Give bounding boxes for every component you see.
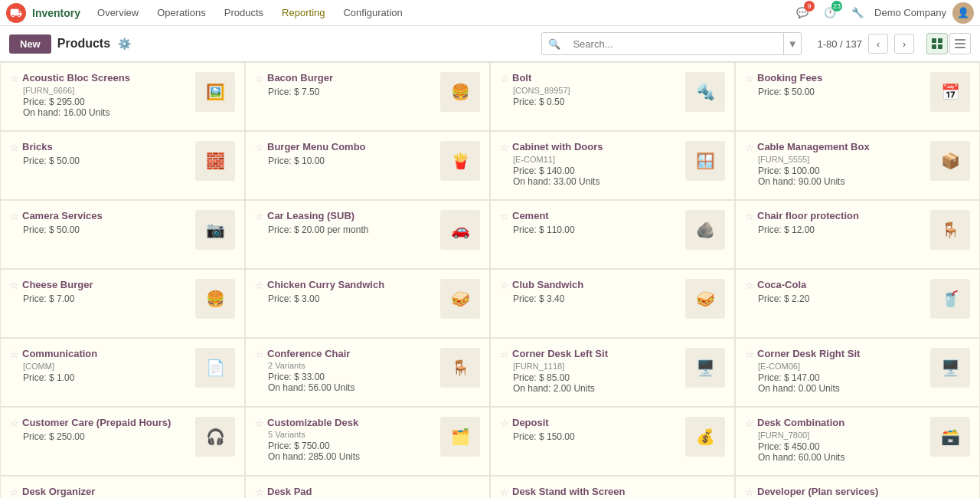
nav-operations[interactable]: Operations xyxy=(149,4,214,21)
product-card[interactable]: ☆ Chair floor protection Price: $ 12.00 … xyxy=(735,200,980,269)
product-card[interactable]: ☆ Desk Stand with Screen xyxy=(490,476,735,498)
product-card[interactable]: ☆ Acoustic Bloc Screens [FURN_6666] Pric… xyxy=(0,62,245,131)
product-card[interactable]: ☆ Corner Desk Right Sit [E-COM06] Price:… xyxy=(735,338,980,407)
favorite-star-icon[interactable]: ☆ xyxy=(500,280,509,291)
product-card[interactable]: ☆ Desk Pad xyxy=(245,476,490,498)
product-card[interactable]: ☆ Camera Services Price: $ 50.00 📷 xyxy=(0,200,245,269)
product-card[interactable]: ☆ Cabinet with Doors [E-COM11] Price: $ … xyxy=(490,131,735,200)
favorite-star-icon[interactable]: ☆ xyxy=(255,142,264,153)
favorite-star-icon[interactable]: ☆ xyxy=(255,487,264,498)
product-card[interactable]: ☆ Booking Fees Price: $ 50.00 📅 xyxy=(735,62,980,131)
product-onhand: On hand: 16.00 Units xyxy=(23,107,189,118)
favorite-star-icon[interactable]: ☆ xyxy=(500,211,509,222)
product-header: ☆ Developer (Plan services) xyxy=(745,486,970,498)
product-header: ☆ Coca-Cola xyxy=(745,279,924,292)
product-info: ☆ Cement Price: $ 110.00 xyxy=(500,210,679,250)
favorite-star-icon[interactable]: ☆ xyxy=(255,280,264,291)
product-card[interactable]: ☆ Communication [COMM] Price: $ 1.00 📄 xyxy=(0,338,245,407)
product-image: 📅 xyxy=(930,72,970,112)
favorite-star-icon[interactable]: ☆ xyxy=(500,349,509,360)
favorite-star-icon[interactable]: ☆ xyxy=(255,349,264,360)
product-card[interactable]: ☆ Customer Care (Prepaid Hours) Price: $… xyxy=(0,407,245,476)
product-card[interactable]: ☆ Cement Price: $ 110.00 🪨 xyxy=(490,200,735,269)
svg-rect-2 xyxy=(932,44,936,49)
kanban-view-btn[interactable] xyxy=(926,33,948,54)
product-ref: [FURN_6666] xyxy=(23,86,189,95)
favorite-star-icon[interactable]: ☆ xyxy=(500,73,509,84)
product-name: Cement xyxy=(512,210,549,223)
favorite-star-icon[interactable]: ☆ xyxy=(745,418,754,429)
product-card[interactable]: ☆ Bolt [CONS_89957] Price: $ 0.50 🔩 xyxy=(490,62,735,131)
favorite-star-icon[interactable]: ☆ xyxy=(745,211,754,222)
new-button[interactable]: New xyxy=(9,34,51,54)
favorite-star-icon[interactable]: ☆ xyxy=(255,418,264,429)
search-dropdown-btn[interactable]: ▼ xyxy=(783,33,801,54)
product-price: Price: $ 50.00 xyxy=(23,224,189,235)
product-card[interactable]: ☆ Bricks Price: $ 50.00 🧱 xyxy=(0,131,245,200)
product-card[interactable]: ☆ Chicken Curry Sandwich Price: $ 3.00 🥪 xyxy=(245,269,490,338)
favorite-star-icon[interactable]: ☆ xyxy=(745,142,754,153)
nav-reporting[interactable]: Reporting xyxy=(274,4,332,21)
product-card[interactable]: ☆ Conference Chair 2 Variants Price: $ 3… xyxy=(245,338,490,407)
messages-btn[interactable]: 💬 9 xyxy=(792,2,813,24)
product-card[interactable]: ☆ Cable Management Box [FURN_5555] Price… xyxy=(735,131,980,200)
product-card[interactable]: ☆ Club Sandwich Price: $ 3.40 🥪 xyxy=(490,269,735,338)
favorite-star-icon[interactable]: ☆ xyxy=(10,487,19,498)
product-name: Cheese Burger xyxy=(22,279,93,292)
product-card[interactable]: ☆ Coca-Cola Price: $ 2.20 🥤 xyxy=(735,269,980,338)
product-card[interactable]: ☆ Deposit Price: $ 150.00 💰 xyxy=(490,407,735,476)
product-name: Desk Combination xyxy=(757,417,844,430)
product-card[interactable]: ☆ Desk Combination [FURN_7800] Price: $ … xyxy=(735,407,980,476)
svg-rect-0 xyxy=(932,38,936,43)
favorite-star-icon[interactable]: ☆ xyxy=(745,349,754,360)
favorite-star-icon[interactable]: ☆ xyxy=(500,418,509,429)
favorite-star-icon[interactable]: ☆ xyxy=(10,211,19,222)
company-name[interactable]: Demo Company xyxy=(874,7,946,18)
search-input[interactable] xyxy=(567,38,783,50)
product-header: ☆ Burger Menu Combo xyxy=(255,141,434,154)
favorite-star-icon[interactable]: ☆ xyxy=(500,487,509,498)
activities-badge: 23 xyxy=(831,1,842,11)
favorite-star-icon[interactable]: ☆ xyxy=(745,487,754,498)
settings-btn[interactable]: 🔧 xyxy=(847,2,868,24)
product-card[interactable]: ☆ Customizable Desk 5 Variants Price: $ … xyxy=(245,407,490,476)
product-onhand: On hand: 0.00 Units xyxy=(758,383,924,394)
card-inner: ☆ Desk Organizer xyxy=(10,486,235,498)
product-image: 🍟 xyxy=(440,141,480,181)
favorite-star-icon[interactable]: ☆ xyxy=(745,280,754,291)
nav-products[interactable]: Products xyxy=(217,4,271,21)
activities-btn[interactable]: 🕐 23 xyxy=(819,2,841,24)
product-onhand: On hand: 60.00 Units xyxy=(758,452,924,463)
product-card[interactable]: ☆ Car Leasing (SUB) Price: $ 20.00 per m… xyxy=(245,200,490,269)
list-view-btn[interactable] xyxy=(949,33,971,54)
prev-page-btn[interactable]: ‹ xyxy=(868,34,888,54)
product-image: 🥤 xyxy=(930,279,970,319)
app-name[interactable]: Inventory xyxy=(32,7,80,19)
next-page-btn[interactable]: › xyxy=(894,34,914,54)
nav-overview[interactable]: Overview xyxy=(90,4,146,21)
favorite-star-icon[interactable]: ☆ xyxy=(500,142,509,153)
app-logo[interactable] xyxy=(6,3,26,23)
product-card[interactable]: ☆ Burger Menu Combo Price: $ 10.00 🍟 xyxy=(245,131,490,200)
favorite-star-icon[interactable]: ☆ xyxy=(255,73,264,84)
favorite-star-icon[interactable]: ☆ xyxy=(10,280,19,291)
favorite-star-icon[interactable]: ☆ xyxy=(10,142,19,153)
favorite-star-icon[interactable]: ☆ xyxy=(10,349,19,360)
product-card[interactable]: ☆ Cheese Burger Price: $ 7.00 🍔 xyxy=(0,269,245,338)
product-name: Desk Organizer xyxy=(22,486,95,498)
product-name: Camera Services xyxy=(22,210,103,223)
favorite-star-icon[interactable]: ☆ xyxy=(10,73,19,84)
card-inner: ☆ Club Sandwich Price: $ 3.40 🥪 xyxy=(500,279,725,319)
product-name: Cable Management Box xyxy=(757,141,870,154)
product-card[interactable]: ☆ Corner Desk Left Sit [FURN_1118] Price… xyxy=(490,338,735,407)
user-avatar[interactable]: 👤 xyxy=(952,2,974,24)
product-image: 💰 xyxy=(685,417,725,457)
nav-configuration[interactable]: Configuration xyxy=(335,4,410,21)
product-card[interactable]: ☆ Bacon Burger Price: $ 7.50 🍔 xyxy=(245,62,490,131)
favorite-star-icon[interactable]: ☆ xyxy=(10,418,19,429)
product-card[interactable]: ☆ Developer (Plan services) xyxy=(735,476,980,498)
product-card[interactable]: ☆ Desk Organizer xyxy=(0,476,245,498)
favorite-star-icon[interactable]: ☆ xyxy=(745,73,754,84)
settings-gear-icon[interactable]: ⚙️ xyxy=(118,38,131,50)
favorite-star-icon[interactable]: ☆ xyxy=(255,211,264,222)
